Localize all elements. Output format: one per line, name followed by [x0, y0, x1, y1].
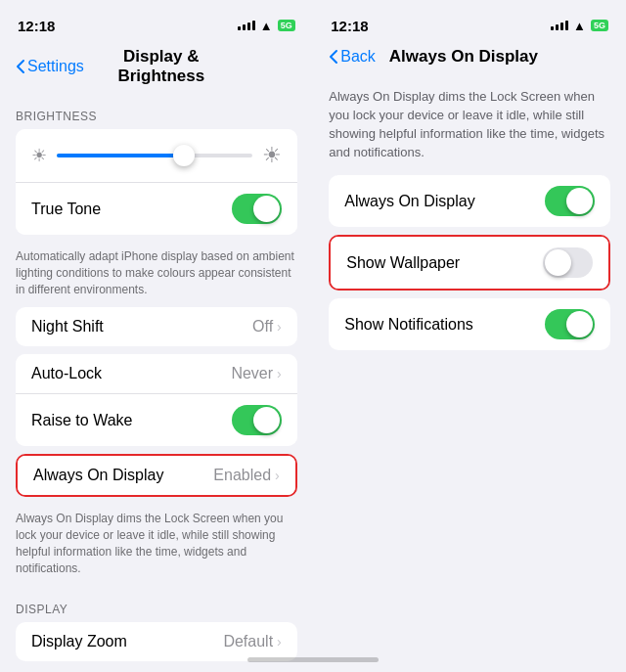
show-notifications-card: Show Notifications — [329, 298, 610, 350]
display-zoom-value: Default — [223, 633, 273, 650]
right-nav-title: Always On Display — [376, 47, 552, 67]
right-back-button[interactable]: Back — [329, 48, 376, 66]
right-aod-toggle[interactable] — [545, 186, 595, 216]
show-notifications-label: Show Notifications — [344, 316, 545, 334]
right-aod-card: Always On Display — [329, 175, 610, 227]
right-aod-desc: Always On Display dims the Lock Screen w… — [313, 74, 626, 175]
left-status-bar: 12:18 ▲ 5G — [0, 0, 313, 43]
right-panel: 12:18 ▲ 5G Back Always On Display Always… — [313, 0, 626, 672]
left-content: BRIGHTNESS ☀ ☀ True Tone Automatically a… — [0, 94, 313, 672]
auto-lock-value: Never — [231, 365, 273, 382]
display-zoom-card: Display Zoom Default › — [16, 622, 297, 661]
signal-icon — [238, 21, 255, 30]
left-time: 12:18 — [18, 18, 55, 34]
display-zoom-desc: Choose a view for iPhone. Larger Text sh… — [0, 669, 313, 672]
right-signal-icon — [551, 21, 568, 30]
aod-desc-left: Always On Display dims the Lock Screen w… — [0, 505, 313, 586]
show-wallpaper-label: Show Wallpaper — [346, 254, 543, 272]
always-on-display-card: Always On Display Enabled › — [16, 454, 297, 497]
battery-badge: 5G — [278, 20, 295, 31]
show-notifications-toggle[interactable] — [545, 309, 595, 339]
show-wallpaper-toggle[interactable] — [543, 247, 593, 278]
always-on-display-value: Enabled — [213, 467, 271, 484]
wifi-icon: ▲ — [260, 19, 273, 33]
show-wallpaper-card: Show Wallpaper — [329, 235, 610, 291]
right-aod-knob — [566, 188, 593, 214]
raise-to-wake-toggle[interactable] — [232, 405, 282, 435]
left-nav-title: Display & Brightness — [84, 47, 239, 86]
display-zoom-chevron: › — [277, 634, 282, 650]
show-notifications-row[interactable]: Show Notifications — [329, 298, 610, 350]
right-aod-label: Always On Display — [344, 193, 545, 210]
right-aod-row[interactable]: Always On Display — [329, 175, 610, 227]
night-shift-value: Off — [252, 318, 273, 336]
true-tone-knob — [253, 196, 280, 222]
brightness-low-icon: ☀ — [31, 145, 47, 166]
display-zoom-label: Display Zoom — [31, 633, 223, 650]
right-wifi-icon: ▲ — [573, 19, 586, 33]
brightness-thumb — [173, 145, 195, 166]
auto-lock-chevron: › — [277, 366, 282, 381]
night-shift-label: Night Shift — [31, 318, 252, 336]
night-shift-card: Night Shift Off › — [16, 307, 297, 346]
left-status-icons: ▲ 5G — [238, 19, 295, 33]
brightness-row[interactable]: ☀ ☀ — [16, 129, 297, 183]
brightness-slider[interactable] — [57, 154, 252, 157]
right-status-icons: ▲ 5G — [551, 19, 608, 33]
right-nav-bar: Back Always On Display — [313, 43, 626, 74]
raise-to-wake-row[interactable]: Raise to Wake — [16, 394, 297, 446]
night-shift-row[interactable]: Night Shift Off › — [16, 307, 297, 346]
night-shift-chevron: › — [277, 319, 282, 335]
raise-to-wake-knob — [253, 407, 280, 433]
left-back-button[interactable]: Settings — [16, 58, 84, 75]
left-back-label: Settings — [27, 58, 84, 75]
right-status-bar: 12:18 ▲ 5G — [313, 0, 626, 43]
show-wallpaper-knob — [545, 249, 571, 276]
display-zoom-row[interactable]: Display Zoom Default › — [16, 622, 297, 661]
true-tone-label: True Tone — [31, 201, 232, 218]
right-home-indicator — [313, 657, 379, 662]
show-wallpaper-row[interactable]: Show Wallpaper — [331, 237, 608, 289]
right-time: 12:18 — [331, 18, 368, 34]
always-on-display-row[interactable]: Always On Display Enabled › — [18, 456, 295, 495]
brightness-high-icon: ☀ — [262, 143, 282, 168]
brightness-fill — [57, 154, 184, 157]
right-back-label: Back — [340, 48, 376, 66]
true-tone-toggle[interactable] — [232, 194, 282, 224]
brightness-card: ☀ ☀ True Tone — [16, 129, 297, 235]
auto-lock-label: Auto-Lock — [31, 365, 231, 382]
left-nav-bar: Settings Display & Brightness — [0, 43, 313, 94]
right-content: Always On Display dims the Lock Screen w… — [313, 74, 626, 672]
auto-lock-row[interactable]: Auto-Lock Never › — [16, 354, 297, 394]
show-notifications-knob — [566, 311, 593, 337]
display-section-label: DISPLAY — [0, 587, 313, 622]
lock-wake-card: Auto-Lock Never › Raise to Wake — [16, 354, 297, 446]
brightness-section-label: BRIGHTNESS — [0, 94, 313, 129]
always-on-display-chevron: › — [275, 468, 280, 483]
left-panel: 12:18 ▲ 5G Settings Display & Brightness… — [0, 0, 313, 672]
always-on-display-label: Always On Display — [33, 467, 213, 484]
raise-to-wake-label: Raise to Wake — [31, 412, 232, 429]
right-battery-badge: 5G — [591, 20, 608, 31]
true-tone-desc: Automatically adapt iPhone display based… — [0, 243, 313, 307]
true-tone-row[interactable]: True Tone — [16, 183, 297, 235]
